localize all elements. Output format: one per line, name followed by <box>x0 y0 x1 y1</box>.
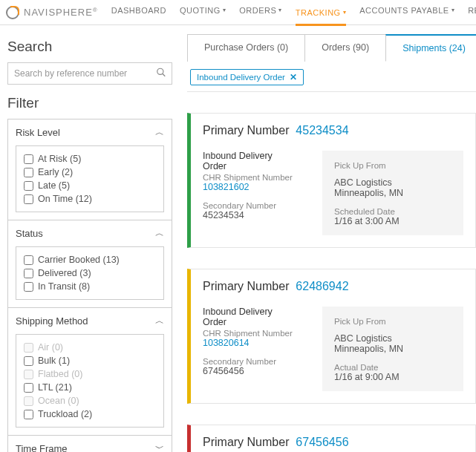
caret-down-icon: ▾ <box>278 7 282 13</box>
shipment-card[interactable]: Primary Number 62486942 Inbound Delivery… <box>187 269 476 404</box>
filter-head-status[interactable]: Status︿ <box>8 220 172 246</box>
chr-number-link[interactable]: 103821602 <box>203 182 293 192</box>
opt-on-time[interactable]: On Time (12) <box>24 192 156 206</box>
filter-heading: Filter <box>7 95 172 111</box>
result-tabs: Purchase Orders (0) Orders (90) Shipment… <box>187 34 476 62</box>
search-input[interactable] <box>7 62 172 85</box>
opt-ltl[interactable]: LTL (21) <box>24 381 156 394</box>
opt-carrier-booked[interactable]: Carrier Booked (13) <box>24 253 156 266</box>
filter-panel: Risk Level︿ At Risk (5) Early (2) Late (… <box>7 119 172 452</box>
chevron-up-icon: ︿ <box>155 126 164 139</box>
primary-number-link[interactable]: 62486942 <box>296 280 348 292</box>
opt-truckload[interactable]: Truckload (2) <box>24 407 156 421</box>
nav-reverse-logistics[interactable]: REVERSE LOGISTICS <box>468 6 476 19</box>
opt-at-risk[interactable]: At Risk (5) <box>24 152 156 166</box>
filter-head-shipping[interactable]: Shipping Method︿ <box>8 308 172 334</box>
chr-number-link[interactable]: 103820614 <box>203 338 293 348</box>
filter-chip-inbound-delivery[interactable]: Inbound Delivery Order✕ <box>190 69 304 85</box>
caret-down-icon: ▾ <box>343 9 347 16</box>
top-nav: NAVISPHERE® DASHBOARD QUOTING▾ ORDERS▾ T… <box>0 0 476 25</box>
chevron-down-icon: ﹀ <box>155 442 164 452</box>
caret-down-icon: ▾ <box>223 7 226 13</box>
opt-in-transit[interactable]: In Transit (8) <box>24 280 156 293</box>
nav-accounts-payable[interactable]: ACCOUNTS PAYABLE▾ <box>359 6 454 19</box>
shipment-card[interactable]: Primary Number 67456456 Inbound Delivery… <box>187 425 476 452</box>
nav-orders[interactable]: ORDERS▾ <box>239 6 282 19</box>
svg-line-1 <box>163 73 166 76</box>
close-icon[interactable]: ✕ <box>290 72 297 82</box>
chevron-up-icon: ︿ <box>155 227 164 240</box>
search-heading: Search <box>7 39 172 55</box>
main-content: Purchase Orders (0) Orders (90) Shipment… <box>187 34 476 452</box>
filter-head-timeframe[interactable]: Time Frame﹀ <box>8 436 172 452</box>
search-icon <box>156 68 166 80</box>
svg-point-0 <box>157 68 163 74</box>
brand-mark-icon <box>6 6 19 19</box>
primary-number-link[interactable]: 67456456 <box>296 436 348 448</box>
nav-quoting[interactable]: QUOTING▾ <box>180 6 226 19</box>
opt-bulk[interactable]: Bulk (1) <box>24 354 156 367</box>
nav-tracking[interactable]: TRACKING▾ <box>296 6 346 26</box>
opt-flatbed: Flatbed (0) <box>24 367 156 381</box>
tab-orders[interactable]: Orders (90) <box>304 34 386 62</box>
opt-delivered[interactable]: Delivered (3) <box>24 266 156 280</box>
brand-text: NAVISPHERE® <box>24 7 98 18</box>
opt-air: Air (0) <box>24 341 156 354</box>
sidebar: Search Filter Risk Level︿ At Risk (5) Ea… <box>7 34 172 452</box>
opt-late[interactable]: Late (5) <box>24 179 156 192</box>
opt-ocean: Ocean (0) <box>24 394 156 407</box>
chevron-up-icon: ︿ <box>155 315 164 327</box>
brand-logo: NAVISPHERE® <box>6 6 98 19</box>
tab-shipments[interactable]: Shipments (24) <box>385 34 476 62</box>
caret-down-icon: ▾ <box>451 7 455 13</box>
tab-purchase-orders[interactable]: Purchase Orders (0) <box>187 34 305 62</box>
filter-head-risk[interactable]: Risk Level︿ <box>8 119 172 145</box>
shipment-card[interactable]: Primary Number 45234534 Inbound Delivery… <box>187 113 476 248</box>
primary-number-link[interactable]: 45234534 <box>296 124 348 137</box>
opt-early[interactable]: Early (2) <box>24 166 156 179</box>
nav-dashboard[interactable]: DASHBOARD <box>111 6 166 19</box>
